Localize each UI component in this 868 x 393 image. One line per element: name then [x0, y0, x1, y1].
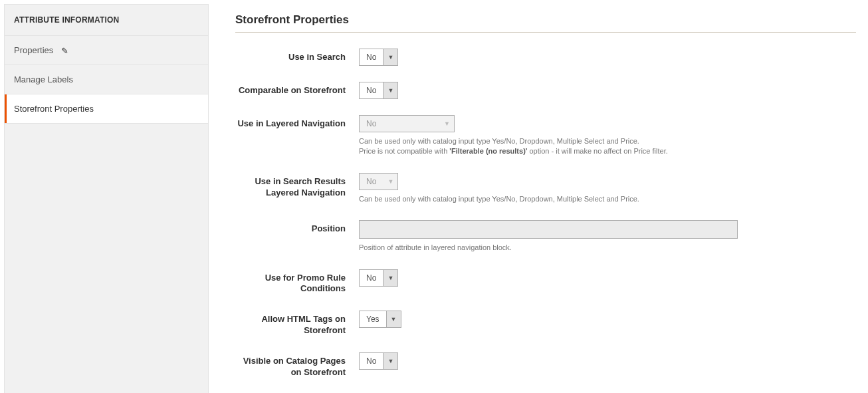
select-value: No [360, 353, 383, 369]
field-label: Use for Promo Rule Conditions [235, 269, 359, 295]
main-content: Storefront Properties Use in Search No ▼… [209, 0, 868, 393]
field-label: Use in Search [235, 49, 359, 63]
chevron-down-icon: ▼ [383, 353, 397, 369]
attribute-info-sidebar: Attribute Information Properties ✎ Manag… [4, 4, 209, 393]
sidebar-tab-storefront-properties[interactable]: Storefront Properties [5, 94, 208, 124]
field-visible-on-catalog-pages: Visible on Catalog Pages on Storefront N… [235, 352, 856, 378]
field-allow-html-tags: Allow HTML Tags on Storefront Yes ▼ [235, 311, 856, 336]
field-label: Use in Search Results Layered Navigation [235, 173, 359, 199]
chevron-down-icon: ▼ [383, 49, 397, 65]
pencil-icon: ✎ [61, 46, 68, 56]
field-use-in-layered-navigation: Use in Layered Navigation No ▼ Can be us… [235, 115, 856, 157]
select-value: No [360, 174, 383, 190]
sidebar-tab-label: Properties [14, 45, 53, 55]
field-use-in-search: Use in Search No ▼ [235, 49, 856, 66]
field-label: Position [235, 220, 359, 235]
select-value: No [360, 82, 383, 98]
select-value: Yes [360, 311, 386, 327]
visible-catalog-select[interactable]: No ▼ [359, 352, 398, 370]
field-position: Position Position of attribute in layere… [235, 220, 856, 253]
promo-rule-select[interactable]: No ▼ [359, 269, 398, 287]
sidebar-header: Attribute Information [5, 5, 208, 36]
section-title: Storefront Properties [235, 13, 856, 33]
field-comparable-on-storefront: Comparable on Storefront No ▼ [235, 82, 856, 99]
chevron-down-icon: ▼ [386, 311, 401, 327]
field-use-for-promo-rule-conditions: Use for Promo Rule Conditions No ▼ [235, 269, 856, 295]
field-label: Use in Layered Navigation [235, 115, 359, 130]
sidebar-tab-properties[interactable]: Properties ✎ [5, 36, 208, 65]
field-label: Comparable on Storefront [235, 82, 359, 96]
chevron-down-icon: ▼ [383, 174, 397, 190]
chevron-down-icon: ▼ [383, 82, 397, 98]
field-note: Can be used only with catalog input type… [359, 136, 856, 157]
select-value: No [360, 116, 439, 132]
field-label: Allow HTML Tags on Storefront [235, 311, 359, 336]
select-value: No [360, 270, 383, 286]
layered-nav-select: No ▼ [359, 115, 455, 132]
field-use-in-search-results-layered-navigation: Use in Search Results Layered Navigation… [235, 173, 856, 204]
sidebar-tab-label: Manage Labels [14, 74, 73, 84]
use-in-search-select[interactable]: No ▼ [359, 49, 398, 66]
sidebar-tab-manage-labels[interactable]: Manage Labels [5, 65, 208, 94]
position-input [359, 220, 738, 239]
allow-html-select[interactable]: Yes ▼ [359, 311, 401, 328]
sidebar-tabs: Properties ✎ Manage Labels Storefront Pr… [5, 36, 208, 124]
field-label: Visible on Catalog Pages on Storefront [235, 352, 359, 378]
chevron-down-icon: ▼ [383, 270, 397, 286]
sidebar-tab-label: Storefront Properties [14, 104, 94, 114]
field-note: Can be used only with catalog input type… [359, 194, 856, 204]
search-layered-nav-select: No ▼ [359, 173, 398, 190]
field-note: Position of attribute in layered navigat… [359, 243, 856, 253]
select-value: No [360, 49, 383, 65]
comparable-select[interactable]: No ▼ [359, 82, 398, 99]
chevron-down-icon: ▼ [439, 116, 454, 132]
